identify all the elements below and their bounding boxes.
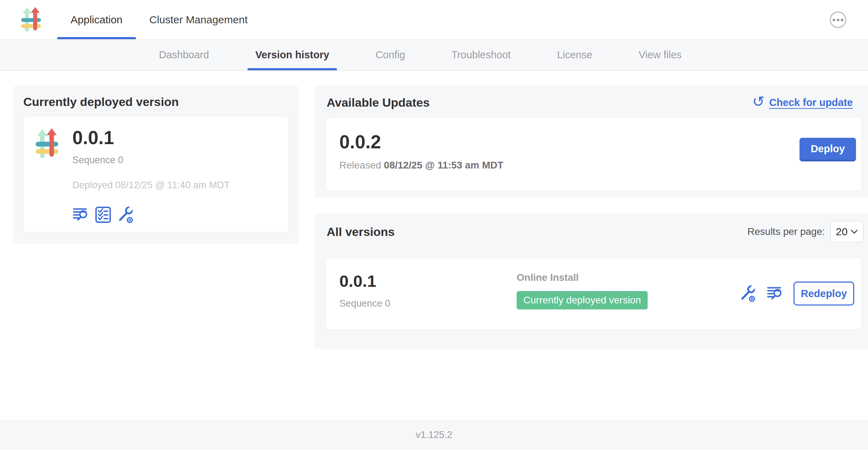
subnav-tab-config-label: Config — [375, 49, 405, 61]
released-timestamp: 08/12/25 @ 11:53 am MDT — [384, 160, 504, 171]
active-tab-underline — [57, 37, 136, 39]
ellipsis-dot — [833, 19, 835, 21]
update-row: 0.0.2 Released 08/12/25 @ 11:53 am MDT D… — [326, 117, 862, 191]
ellipsis-dot — [841, 19, 843, 21]
active-tab-underline — [248, 68, 337, 70]
currently-deployed-panel: Currently deployed version 0.0.1 Sequenc… — [13, 86, 299, 244]
currently-deployed-badge: Currently deployed version — [517, 291, 648, 309]
console-version: v1.125.2 — [416, 430, 452, 440]
deployed-sequence: Sequence 0 — [72, 155, 230, 166]
version-history-page: Currently deployed version 0.0.1 Sequenc… — [0, 71, 868, 420]
deployed-timestamp: Deployed 08/12/25 @ 11:40 am MDT — [72, 180, 230, 191]
results-per-page-label: Results per page: — [748, 226, 825, 237]
release-notes-icon[interactable] — [72, 207, 89, 223]
nav-tab-cluster-management-label: Cluster Management — [149, 14, 248, 26]
subnav-tab-dashboard-label: Dashboard — [159, 49, 209, 61]
available-updates-panel: Available Updates ↺ Check for update 0.0… — [314, 86, 868, 198]
results-per-page-value: 20 — [836, 226, 848, 238]
subnav-tab-troubleshoot-label: Troubleshoot — [451, 49, 511, 61]
results-per-page: Results per page: 20 — [748, 221, 863, 242]
release-notes-icon[interactable] — [767, 286, 784, 301]
deployed-version-number: 0.0.1 — [72, 128, 230, 148]
redeploy-button[interactable]: Redeploy — [793, 282, 854, 306]
update-released-line: Released 08/12/25 @ 11:53 am MDT — [339, 160, 861, 171]
console-footer: v1.125.2 — [0, 420, 868, 450]
admin-console: Application Cluster Management Dashboard… — [0, 0, 868, 450]
deployed-actions — [72, 206, 230, 224]
subnav-tab-dashboard[interactable]: Dashboard — [159, 40, 209, 70]
overflow-menu-button[interactable] — [830, 12, 846, 28]
subnav-tab-view-files[interactable]: View files — [638, 40, 682, 70]
row-actions: Redeploy — [739, 258, 854, 329]
subnav-tab-license[interactable]: License — [557, 40, 592, 70]
check-for-update-label: Check for update — [769, 97, 853, 108]
app-subnav: Dashboard Version history Config Trouble… — [0, 40, 868, 71]
update-version-number: 0.0.2 — [339, 132, 861, 152]
nav-tab-cluster-management[interactable]: Cluster Management — [136, 0, 261, 39]
top-navbar: Application Cluster Management — [0, 0, 868, 40]
all-versions-panel: All versions Results per page: 20 0.0.1 … — [314, 213, 868, 349]
check-for-update-link[interactable]: ↺ Check for update — [752, 95, 853, 110]
nav-tab-application-label: Application — [71, 14, 123, 26]
nav-tab-application[interactable]: Application — [57, 0, 136, 39]
app-logo-icon — [36, 128, 58, 159]
currently-deployed-title: Currently deployed version — [23, 95, 289, 109]
subnav-tab-config[interactable]: Config — [375, 40, 405, 70]
subnav-tab-troubleshoot[interactable]: Troubleshoot — [451, 40, 511, 70]
released-label: Released — [339, 160, 381, 171]
subnav-tab-version-history-label: Version history — [255, 49, 329, 61]
deploy-button[interactable]: Deploy — [799, 138, 856, 161]
all-versions-title: All versions — [327, 225, 395, 239]
edit-config-icon[interactable] — [117, 206, 135, 224]
refresh-icon: ↺ — [752, 94, 765, 109]
version-row: 0.0.1 Sequence 0 Online Install Currentl… — [326, 257, 862, 330]
ellipsis-dot — [837, 19, 839, 21]
chevron-down-icon — [851, 230, 858, 234]
install-type-label: Online Install — [517, 272, 648, 283]
app-logo-icon — [21, 7, 41, 32]
subnav-tab-view-files-label: View files — [638, 49, 682, 61]
currently-deployed-card: 0.0.1 Sequence 0 Deployed 08/12/25 @ 11:… — [23, 116, 289, 232]
edit-config-icon[interactable] — [739, 284, 757, 303]
preflight-checks-icon[interactable] — [95, 206, 111, 223]
available-updates-title: Available Updates — [327, 96, 430, 109]
results-per-page-select[interactable]: 20 — [830, 221, 863, 242]
subnav-tab-version-history[interactable]: Version history — [255, 40, 329, 70]
top-nav-tabs: Application Cluster Management — [57, 0, 261, 39]
subnav-tab-license-label: License — [557, 49, 592, 61]
